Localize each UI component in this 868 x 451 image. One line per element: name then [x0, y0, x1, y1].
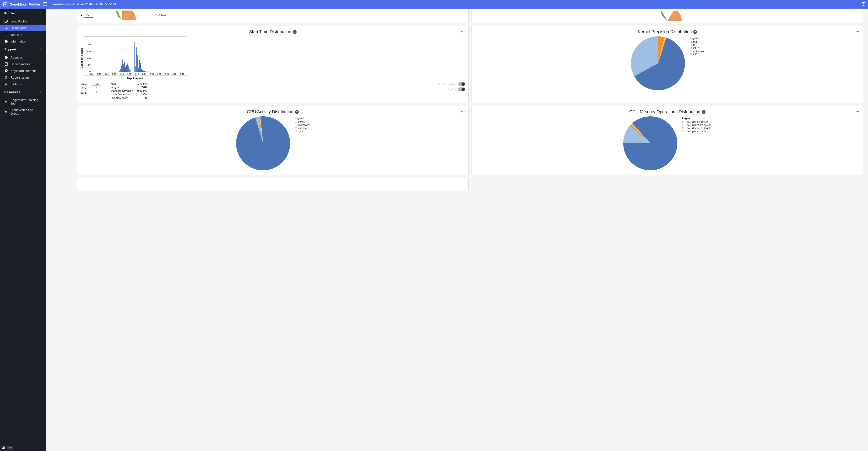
- legend-item[interactable]: unknown: [690, 50, 704, 53]
- sidebar-section-support[interactable]: Support: [0, 45, 46, 54]
- legend-label: HtoD.pinned.device: [685, 130, 708, 133]
- stat-value: 14304: [139, 93, 147, 96]
- help-icon[interactable]: ?: [693, 30, 697, 34]
- svg-text:150: 150: [87, 50, 91, 53]
- legend-item[interactable]: DtoD.device.device: [682, 120, 711, 123]
- card-kernel-precision: ••• Kernel Precision Distribution ? Lege…: [471, 26, 863, 103]
- legend-dot-icon: [295, 124, 297, 126]
- svg-text:0.96: 0.96: [112, 73, 116, 75]
- svg-rect-62: [140, 63, 141, 72]
- sidebar-item-information[interactable]: i Information: [0, 38, 46, 45]
- k-label: k: [81, 13, 83, 17]
- log-axis-toggle[interactable]: [458, 88, 465, 91]
- partial-pie-right: [653, 11, 682, 21]
- legend-item[interactable]: Others: [155, 14, 166, 17]
- sidebar-item-training-job[interactable]: SageMaker Training Job: [0, 97, 46, 107]
- svg-rect-59: [137, 55, 138, 72]
- svg-rect-47: [122, 60, 123, 72]
- power-icon[interactable]: [861, 2, 866, 7]
- svg-rect-1: [4, 4, 6, 5]
- sidebar-item-label: Settings: [10, 83, 22, 86]
- chart-icon[interactable]: [1, 446, 5, 450]
- svg-rect-53: [128, 66, 129, 72]
- sidebar-section-label: Support: [4, 47, 16, 51]
- card-menu-icon[interactable]: •••: [855, 109, 860, 114]
- help-icon[interactable]: ?: [295, 110, 299, 114]
- card-title-text: GPU Activity Distribution: [247, 109, 293, 115]
- partial-pie-left: [107, 10, 136, 20]
- info-icon: i: [4, 39, 8, 43]
- svg-rect-67: [145, 71, 146, 72]
- legend-item[interactable]: int8: [690, 53, 704, 56]
- sidebar-section-profile[interactable]: Profile: [0, 9, 46, 18]
- svg-text:1.28: 1.28: [120, 73, 124, 75]
- sidebar-item-log-group[interactable]: CloudWatch Log Group: [0, 107, 46, 117]
- y-axis-label: Count of Records: [81, 48, 83, 68]
- svg-rect-51: [126, 65, 127, 72]
- card-menu-icon[interactable]: •••: [460, 29, 466, 34]
- legend-dot-icon: [682, 124, 684, 126]
- legend-item[interactable]: memcopy: [295, 124, 310, 126]
- db-badge[interactable]: DB 0: [7, 446, 13, 450]
- legend-item[interactable]: sync: [295, 130, 310, 133]
- svg-text:0: 0: [89, 70, 91, 73]
- legend-dot-icon: [682, 121, 684, 123]
- sidebar-section-label: Resources: [4, 90, 20, 94]
- hamburger-menu-icon[interactable]: [43, 2, 47, 6]
- legend-label: fp16: [693, 43, 698, 46]
- help-icon[interactable]: ?: [702, 110, 706, 114]
- xend-input[interactable]: [92, 91, 101, 94]
- sidebar-item-report-issues[interactable]: Report issuus: [0, 74, 46, 81]
- sidebar-item-about[interactable]: i About us: [0, 54, 46, 61]
- sidebar-section-resources[interactable]: Resources: [0, 88, 46, 97]
- legend-item[interactable]: fp32: [690, 40, 704, 43]
- svg-rect-8: [5, 36, 7, 36]
- legend-item[interactable]: fp16: [690, 43, 704, 46]
- legend: Legend fp32fp16int32unknownint8: [690, 37, 704, 56]
- svg-text:0.00: 0.00: [90, 73, 94, 75]
- legend-item[interactable]: HtoD.pageable.device: [682, 124, 711, 126]
- svg-rect-44: [119, 70, 120, 72]
- legend-dot-icon: [690, 50, 692, 52]
- svg-rect-61: [139, 60, 140, 72]
- k-input[interactable]: [84, 13, 93, 18]
- sidebar-item-timeline[interactable]: Timeline: [0, 31, 46, 38]
- svg-text:200: 200: [87, 43, 91, 46]
- svg-rect-66: [144, 71, 145, 72]
- svg-rect-56: [134, 42, 135, 72]
- link-icon: [4, 100, 8, 104]
- legend-item[interactable]: kernel: [295, 120, 310, 123]
- svg-text:1.60: 1.60: [127, 73, 131, 75]
- svg-line-5: [6, 28, 7, 29]
- legend-label: DtoH.device.pageable: [685, 127, 711, 129]
- stat-label: Standard Deviation: [111, 89, 133, 92]
- sidebar-item-settings[interactable]: Settings: [0, 81, 46, 88]
- svg-text:1.92: 1.92: [135, 73, 139, 75]
- compass-icon: [4, 19, 8, 23]
- sidebar-item-label: Report issuus: [10, 76, 29, 79]
- legend-item[interactable]: int32: [690, 46, 704, 50]
- legend-item[interactable]: HtoD.pinned.device: [682, 130, 711, 133]
- card-title-text: Kernel Precision Distribution: [638, 29, 692, 34]
- nbins-input[interactable]: [92, 82, 101, 86]
- legend-item[interactable]: memset: [295, 127, 310, 129]
- xstart-input[interactable]: [92, 87, 101, 90]
- card-menu-icon[interactable]: •••: [460, 109, 466, 114]
- info-icon: i: [4, 56, 8, 59]
- legend-label: DtoD.device.device: [685, 120, 708, 123]
- legend-label: fp32: [693, 40, 698, 43]
- sidebar-item-documentation[interactable]: Documentation: [0, 61, 46, 67]
- help-icon: ?: [4, 69, 8, 73]
- sidebar-item-keyboard-shortcuts[interactable]: ? Keyboard shortcuts: [0, 67, 46, 74]
- legend-dot-icon: [155, 14, 157, 16]
- remove-outliers-toggle[interactable]: [458, 82, 465, 86]
- legend-item[interactable]: DtoH.device.pageable: [682, 127, 711, 129]
- sidebar-item-load-profile[interactable]: Load Profile: [0, 18, 46, 25]
- svg-text:?: ?: [5, 69, 7, 72]
- main-content: k Others: [46, 9, 868, 451]
- card-menu-icon[interactable]: •••: [855, 29, 860, 34]
- sidebar-item-label: Keyboard shortcuts: [10, 69, 37, 73]
- help-icon[interactable]: ?: [293, 30, 297, 34]
- sidebar-item-dashboard[interactable]: Dashboard: [0, 25, 46, 31]
- legend-label: Others: [158, 14, 166, 17]
